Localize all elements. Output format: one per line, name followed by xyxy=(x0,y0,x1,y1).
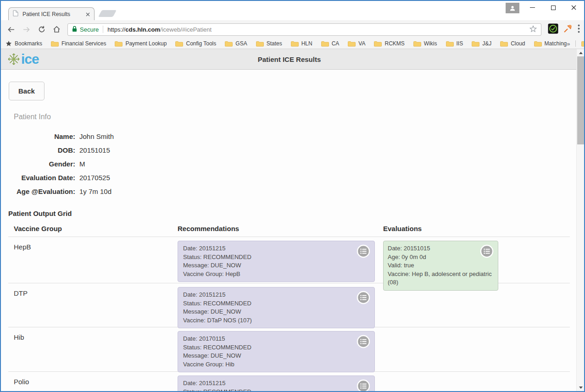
extension-area xyxy=(548,23,580,36)
new-tab-button[interactable] xyxy=(98,10,117,17)
bookmark-label: Bookmarks xyxy=(15,40,42,47)
bookmark-folder-item[interactable]: Payment Lookup xyxy=(115,40,167,47)
bookmark-folder-item[interactable]: States xyxy=(256,40,282,47)
browser-tab[interactable]: Patient ICE Results xyxy=(8,7,95,20)
menu-dots-icon[interactable] xyxy=(578,24,580,35)
patient-field-label: Evaluation Date: xyxy=(1,174,75,182)
folder-icon xyxy=(446,41,454,47)
card-lines: Date: 20151215Status: RECOMMENDEDMessage… xyxy=(183,244,369,278)
forward-icon[interactable] xyxy=(20,23,33,36)
patient-field-row: Gender: M xyxy=(1,157,114,171)
url-path: /iceweb/#icePatient xyxy=(160,26,212,33)
patient-field-row: DOB: 20151015 xyxy=(1,143,114,157)
card-line: Message: DUE_NOW xyxy=(183,261,369,270)
bookmark-folder-item[interactable]: RCKMS xyxy=(374,40,404,47)
bookmark-folder-item[interactable]: Wikis xyxy=(413,40,437,47)
bookmark-folder-label: Cloud xyxy=(511,40,525,47)
bookmarks-items: Bookmarks Financial Services Payment Loo… xyxy=(6,40,567,47)
bookmark-folder-item[interactable]: GSA xyxy=(225,40,247,47)
secure-label[interactable]: Secure xyxy=(80,26,99,33)
bookmark-folder-item[interactable]: Cloud xyxy=(500,40,525,47)
bookmark-folder-label: States xyxy=(267,40,282,47)
patient-field-value: John Smith xyxy=(79,133,114,140)
recommendation-card: Date: 20151215Status: RECOMMENDED xyxy=(178,375,375,392)
bookmark-folder-item[interactable]: Config Tools xyxy=(175,40,216,47)
folder-icon xyxy=(581,41,585,47)
reload-icon[interactable] xyxy=(35,23,48,36)
maximize-button[interactable] xyxy=(543,1,563,14)
bookmark-folder-item[interactable]: Matching xyxy=(534,40,567,47)
bookmarks-overflow-chevron[interactable]: » xyxy=(567,40,570,47)
other-bookmarks[interactable]: Other bookmarks xyxy=(581,40,585,47)
folder-icon xyxy=(374,41,382,47)
profile-icon[interactable] xyxy=(506,3,519,13)
bookmark-folder-label: Payment Lookup xyxy=(125,40,167,47)
column-header-recommendations: Recommendations xyxy=(178,225,383,232)
bookmark-folder-label: HLN xyxy=(301,40,312,47)
patient-field-row: Evaluation Date: 20170525 xyxy=(1,171,114,184)
output-grid-title: Patient Output Grid xyxy=(8,210,72,217)
card-line: Date: 20151215 xyxy=(183,291,369,299)
card-details-icon[interactable] xyxy=(357,244,370,261)
bookmarks-folders: Financial Services Payment Lookup Config… xyxy=(51,40,567,47)
patient-info-legend: Patient Info xyxy=(14,113,51,121)
table-row: DTP Date: 20151215Status: RECOMMENDEDMes… xyxy=(8,283,570,327)
card-details-icon[interactable] xyxy=(357,291,370,307)
bookmark-folder-item[interactable]: HLN xyxy=(291,40,312,47)
patient-field-value: M xyxy=(79,160,85,168)
patient-field-value: 20170525 xyxy=(79,174,110,182)
patient-field-row: Name: John Smith xyxy=(1,129,114,143)
bookmarks-star-icon xyxy=(6,40,12,47)
bookmark-star-icon[interactable] xyxy=(529,25,537,34)
card-lines: Date: 20151015Age: 0y 0m 0dValid: trueVa… xyxy=(388,244,494,287)
tab-title: Patient ICE Results xyxy=(22,11,82,17)
back-button[interactable]: Back xyxy=(9,82,45,100)
table-row: Polio Date: 20151215Status: RECOMMENDED xyxy=(8,372,570,392)
folder-icon xyxy=(321,41,329,47)
minimize-button[interactable] xyxy=(522,1,543,14)
card-details-icon[interactable] xyxy=(357,335,370,351)
secure-lock-icon[interactable] xyxy=(72,26,77,33)
scroll-up-icon[interactable] xyxy=(577,49,585,56)
scrollbar-thumb[interactable] xyxy=(577,56,584,144)
extension-pin-icon[interactable] xyxy=(563,23,573,35)
bookmark-folder-item[interactable]: IIS xyxy=(446,40,463,47)
bookmark-folder-item[interactable]: VA xyxy=(348,40,365,47)
bookmark-folder-item[interactable]: Financial Services xyxy=(51,40,106,47)
bookmarks-root-item[interactable]: Bookmarks xyxy=(6,40,42,47)
card-line: Date: 20151215 xyxy=(183,244,369,253)
table-row: Hib Date: 20170115Status: RECOMMENDEDMes… xyxy=(8,327,570,372)
scroll-down-icon[interactable] xyxy=(577,384,585,391)
bookmark-folder-label: Config Tools xyxy=(186,40,216,47)
evaluation-cell xyxy=(383,283,570,328)
vaccine-group-label: Polio xyxy=(8,372,178,392)
close-button[interactable] xyxy=(563,1,584,14)
grid-header-row: Vaccine Group Recommendations Evaluation… xyxy=(8,221,570,237)
card-lines: Date: 20151215Status: RECOMMENDEDMessage… xyxy=(183,291,369,325)
card-line: Valid: true xyxy=(388,261,494,270)
extension-check-icon[interactable] xyxy=(548,23,558,36)
evaluation-cell xyxy=(383,327,570,372)
url-host: cds.hln.com xyxy=(125,26,160,33)
vertical-scrollbar[interactable] xyxy=(576,49,584,391)
card-line: Date: 20151015 xyxy=(388,244,494,253)
bookmark-folder-label: VA xyxy=(358,40,365,47)
bookmark-folder-item[interactable]: CA xyxy=(321,40,340,47)
patient-output-grid: Vaccine Group Recommendations Evaluation… xyxy=(8,221,570,392)
bookmark-folder-label: CA xyxy=(332,40,340,47)
card-details-icon[interactable] xyxy=(357,379,370,392)
card-lines: Date: 20151215Status: RECOMMENDED xyxy=(183,379,369,392)
back-icon[interactable] xyxy=(5,23,17,36)
bookmark-folder-item[interactable]: J&J xyxy=(472,40,491,47)
folder-icon xyxy=(348,41,356,47)
tab-close-icon[interactable] xyxy=(86,10,90,18)
patient-field-value: 20151015 xyxy=(79,146,110,154)
home-icon[interactable] xyxy=(50,23,63,36)
address-bar[interactable]: Secure https://cds.hln.com/iceweb/#icePa… xyxy=(67,23,541,36)
grid-rows: HepB Date: 20151215Status: RECOMMENDEDMe… xyxy=(8,237,570,392)
omnibox-divider xyxy=(103,26,103,33)
bookmarks-right-group: » Other bookmarks xyxy=(567,40,585,47)
card-details-icon[interactable] xyxy=(480,244,494,261)
url-scheme: https:// xyxy=(107,26,125,33)
card-line: Message: DUE_NOW xyxy=(183,352,369,360)
